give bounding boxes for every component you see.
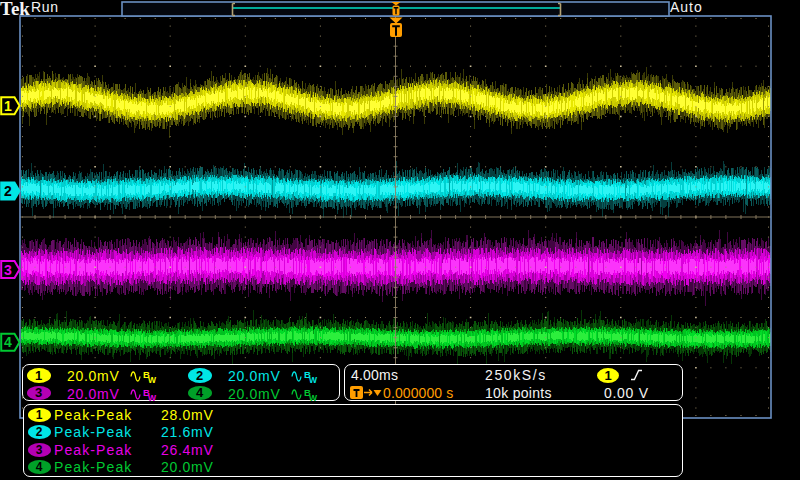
svg-text:4: 4 (4, 334, 12, 350)
svg-text:W: W (309, 375, 318, 385)
svg-text:3: 3 (4, 262, 12, 278)
svg-text:W: W (148, 393, 157, 403)
svg-text:2: 2 (4, 183, 12, 199)
svg-text:1: 1 (4, 98, 12, 114)
svg-text:W: W (148, 375, 157, 385)
svg-text:W: W (309, 393, 318, 403)
